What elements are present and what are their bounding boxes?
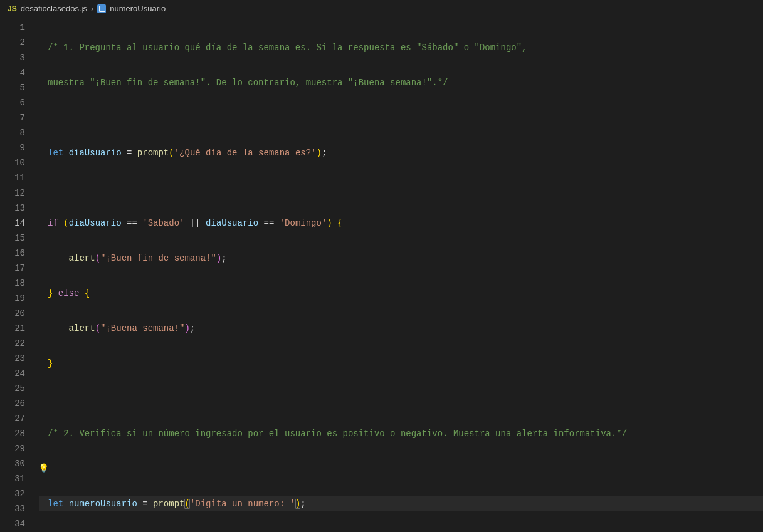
code-editor[interactable]: 1234567891011121314151617181920212223242… [0,18,763,532]
breadcrumb-separator: › [91,4,93,13]
line-number: 29 [0,441,39,456]
comment: /* 2. Verifica si un número ingresado po… [48,429,627,439]
breadcrumb-symbol[interactable]: numeroUsuario [110,4,166,13]
line-number: 5 [0,80,39,95]
line-number: 17 [0,261,39,276]
lightbulb-icon[interactable]: 💡 [38,461,49,476]
line-number: 23 [0,351,39,366]
line-number: 26 [0,396,39,411]
breadcrumb-file[interactable]: desafioclasedos.js [21,4,87,13]
line-number: 9 [0,140,39,155]
variable-icon [97,4,106,13]
active-line[interactable]: let numeroUsuario = prompt('Digita un nu… [39,496,763,511]
line-number: 14 [0,216,39,231]
line-number: 22 [0,336,39,351]
line-number: 18 [0,276,39,291]
line-number: 27 [0,411,39,426]
line-number: 10 [0,155,39,170]
line-number: 34 [0,516,39,531]
js-file-icon: JS [8,4,17,13]
line-number: 1 [0,20,39,35]
line-number: 25 [0,381,39,396]
line-number: 15 [0,231,39,246]
line-number: 33 [0,501,39,516]
line-number: 21 [0,321,39,336]
comment: /* 1. Pregunta al usuario qué día de la … [48,43,527,53]
line-number: 19 [0,291,39,306]
line-number-gutter: 1234567891011121314151617181920212223242… [0,18,39,532]
line-number: 6 [0,95,39,110]
line-number: 13 [0,201,39,216]
line-number: 7 [0,110,39,125]
line-number: 8 [0,125,39,140]
comment: muestra "¡Buen fin de semana!". De lo co… [48,78,448,88]
code-area[interactable]: /* 1. Pregunta al usuario qué día de la … [39,18,763,532]
line-number: 16 [0,246,39,261]
line-number: 30 [0,456,39,471]
line-number: 4 [0,65,39,80]
line-number: 3 [0,50,39,65]
line-number: 32 [0,486,39,501]
line-number: 2 [0,35,39,50]
line-number: 11 [0,170,39,185]
line-number: 12 [0,185,39,201]
breadcrumb[interactable]: JS desafioclasedos.js › numeroUsuario [0,0,763,18]
line-number: 28 [0,426,39,441]
line-number: 20 [0,306,39,321]
line-number: 24 [0,366,39,381]
line-number: 31 [0,471,39,486]
